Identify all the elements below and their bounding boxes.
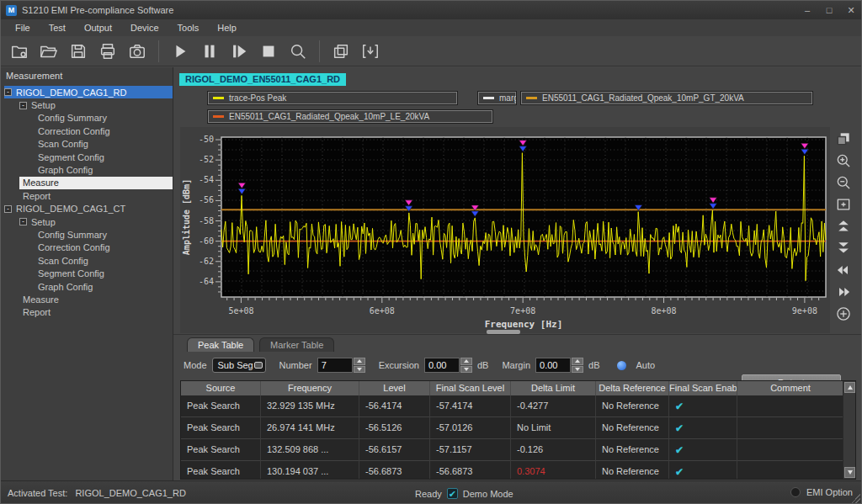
chart-zoom-out-icon[interactable]: [833, 172, 854, 193]
tree-item-measure[interactable]: Measure: [19, 177, 173, 189]
table-row[interactable]: Peak Search32.929 135 MHz-56.4174-57.417…: [181, 395, 844, 417]
tree-item-correction-config[interactable]: Correction Config: [35, 125, 173, 137]
legend-margin[interactable]: margin: [477, 91, 517, 105]
minimize-button[interactable]: –: [802, 5, 812, 16]
tree-item-setup[interactable]: -Setup: [19, 98, 173, 111]
tree-item-label: Graph Config: [35, 165, 98, 175]
chart-plot[interactable]: -50-52-54-56-58-60-62-645e+086e+087e+088…: [180, 127, 830, 333]
expander-icon[interactable]: -: [19, 218, 27, 225]
margin-up-icon[interactable]: [572, 358, 583, 365]
number-down-icon[interactable]: [354, 366, 365, 374]
close-button[interactable]: ✕: [846, 5, 856, 16]
legend-en55011-cag1-radiated-qpeak-10[interactable]: EN55011_CAG1_Radiated_Qpeak_10mP_GT_20kV…: [520, 91, 813, 105]
number-stepper: 7: [317, 358, 365, 373]
save-icon[interactable]: [67, 40, 90, 63]
table-row[interactable]: Peak Search26.974 141 MHz-56.5126-57.012…: [181, 417, 844, 439]
tree-item-graph-config[interactable]: Graph Config: [35, 280, 173, 293]
tree-item-report[interactable]: Report: [19, 189, 173, 202]
export-report-icon[interactable]: [359, 40, 382, 63]
check-icon[interactable]: ✔: [675, 444, 684, 456]
excursion-input[interactable]: 0.00: [424, 358, 460, 373]
scroll-up-icon[interactable]: [844, 382, 855, 393]
auto-radio[interactable]: [617, 361, 626, 370]
number-up-icon[interactable]: [354, 358, 365, 365]
mode-select[interactable]: Sub Seg: [212, 358, 266, 373]
menu-test[interactable]: Test: [40, 20, 75, 35]
screenshot-icon[interactable]: [125, 40, 149, 63]
tree-item-graph-config[interactable]: Graph Config: [35, 163, 173, 176]
column-header-level: Level: [359, 381, 430, 395]
table-row[interactable]: Peak Search132.509 868 ...-56.6157-57.11…: [181, 439, 844, 461]
print-icon[interactable]: [96, 40, 120, 63]
table-v-scrollbar[interactable]: [843, 381, 855, 479]
tab-peak-table[interactable]: Peak Table: [187, 337, 254, 352]
menu-output[interactable]: Output: [75, 20, 121, 35]
check-icon[interactable]: ✔: [675, 466, 684, 478]
tree-item-label: Segment Config: [35, 152, 109, 162]
tree-item-scan-config[interactable]: Scan Config: [35, 138, 173, 151]
tree-item-setup[interactable]: -Setup: [19, 215, 173, 228]
cell-source: Peak Search: [181, 439, 261, 461]
svg-text:Frequency [Hz]: Frequency [Hz]: [485, 319, 563, 330]
tree-item-label: Correction Config: [35, 126, 115, 136]
demo-mode-checkbox[interactable]: ✔: [447, 488, 458, 499]
chart-pages-icon[interactable]: [833, 129, 854, 149]
chart-left-icon[interactable]: [833, 260, 854, 280]
tab-marker-table[interactable]: Marker Table: [259, 337, 334, 352]
tree-item-rigol-demo-cag1-rd[interactable]: -RIGOL_DEMO_CAG1_RD: [4, 86, 173, 98]
tree-item-rigol-demo-cag1-ct[interactable]: -RIGOL_DEMO_CAG1_CT: [4, 203, 173, 215]
margin-down-icon[interactable]: [572, 366, 583, 374]
auto-label: Auto: [636, 360, 656, 370]
chart-fit-icon[interactable]: [833, 194, 854, 215]
tree-item-config-summary[interactable]: Config Summary: [35, 112, 173, 125]
expander-icon[interactable]: -: [19, 102, 27, 109]
chart-down-icon[interactable]: [833, 238, 854, 258]
new-session-icon[interactable]: [8, 40, 31, 63]
svg-text:-60: -60: [199, 236, 214, 246]
scroll-down-icon[interactable]: [844, 467, 855, 478]
number-input[interactable]: 7: [317, 358, 353, 373]
pause-icon[interactable]: [198, 40, 221, 63]
legend-en55011-cag1-radiated-qpeak-10[interactable]: EN55011_CAG1_Radiated_Qpeak_10mP_LE_20kV…: [207, 109, 493, 124]
maximize-button[interactable]: □: [824, 5, 834, 16]
tree-item-scan-config[interactable]: Scan Config: [35, 254, 173, 267]
stop-icon[interactable]: [257, 40, 280, 63]
tree-item-segment-config[interactable]: Segment Config: [35, 151, 173, 163]
svg-text:Amplitude [dBm]: Amplitude [dBm]: [182, 179, 191, 255]
tree-item-segment-config[interactable]: Segment Config: [35, 267, 173, 279]
chart-add-icon[interactable]: [833, 304, 854, 324]
legend-trace-pos-peak[interactable]: trace-Pos Peak: [207, 91, 458, 105]
menu-tools[interactable]: Tools: [168, 20, 209, 35]
margin-label: Margin: [502, 360, 530, 370]
emi-option-toggle[interactable]: [790, 487, 801, 497]
menu-help[interactable]: Help: [208, 20, 246, 35]
margin-input[interactable]: 0.00: [535, 358, 571, 373]
open-folder-icon[interactable]: [37, 40, 61, 63]
graph-tab[interactable]: RIGOL_DEMO_EN55011_CAG1_RD: [179, 73, 346, 86]
chart-right-icon[interactable]: [833, 282, 854, 302]
tree-item-measure[interactable]: Measure: [19, 293, 173, 305]
menu-bar: FileTestOutputDeviceToolsHelp: [1, 19, 861, 36]
tree-item-config-summary[interactable]: Config Summary: [35, 228, 173, 241]
expander-icon[interactable]: -: [4, 88, 12, 96]
tree-item-report[interactable]: Report: [19, 306, 173, 319]
legend-color-swatch: [213, 115, 224, 118]
menu-device[interactable]: Device: [121, 20, 168, 35]
chart-up-icon[interactable]: [833, 216, 854, 236]
search-icon[interactable]: [286, 40, 310, 63]
table-row[interactable]: Peak Search130.194 037 ...-56.6873-56.68…: [181, 461, 844, 480]
menu-file[interactable]: File: [6, 20, 40, 35]
run-icon[interactable]: [168, 40, 192, 63]
excursion-up-icon[interactable]: [460, 358, 472, 365]
excursion-down-icon[interactable]: [460, 366, 472, 374]
peak-controls: Mode Sub Seg Number 7 Excursion 0.00 dB …: [173, 353, 862, 377]
expander-icon[interactable]: -: [4, 205, 12, 213]
window-copy-icon[interactable]: [329, 40, 353, 63]
chart-zoom-in-icon[interactable]: [833, 151, 854, 171]
tree-item-correction-config[interactable]: Correction Config: [35, 241, 173, 254]
check-icon[interactable]: ✔: [675, 401, 684, 412]
resume-icon[interactable]: [227, 40, 251, 63]
check-icon[interactable]: ✔: [675, 422, 684, 434]
resize-grip-icon[interactable]: [850, 494, 860, 504]
cell-final-scan-enable: ✔: [669, 417, 737, 439]
